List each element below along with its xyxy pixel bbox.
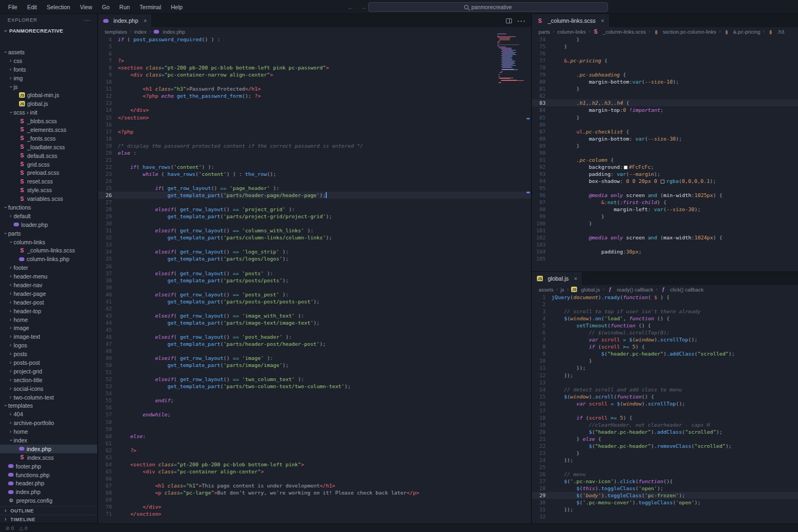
- code-line-54[interactable]: 54: [98, 390, 531, 397]
- code-line-42[interactable]: 42: [98, 305, 531, 312]
- menu-item-help[interactable]: Help: [167, 2, 187, 12]
- code-line-70[interactable]: 70 </div>: [98, 503, 531, 510]
- code-line-39[interactable]: 39: [98, 284, 531, 291]
- code-line-20[interactable]: 20else :: [98, 149, 531, 156]
- tree-file-default-scss[interactable]: Sdefault.scss: [0, 151, 97, 160]
- code-line-80[interactable]: 80 margin-bottom:var(--size-10);: [532, 78, 798, 85]
- breadcrumb-item[interactable]: {}&.pc-pricing: [723, 29, 760, 35]
- code-line-40[interactable]: 40 elseif( get_row_layout() == 'posts_po…: [98, 291, 531, 298]
- code-line-95[interactable]: 95: [532, 185, 798, 192]
- tree-file-loader-php[interactable]: loader.php: [0, 220, 97, 229]
- breadcrumb-item[interactable]: templates: [105, 29, 127, 35]
- more-actions-icon[interactable]: ⋯: [517, 16, 525, 26]
- code-line-82[interactable]: 82: [532, 92, 798, 99]
- code-line-15[interactable]: 15 $(window).scroll(function() {: [532, 393, 798, 400]
- tree-folder-default[interactable]: ›default: [0, 212, 97, 220]
- code-line-56[interactable]: 56: [98, 404, 531, 411]
- tree-folder-parts[interactable]: ›parts: [0, 229, 97, 238]
- nav-forward-icon[interactable]: →: [361, 4, 367, 10]
- code-line-10[interactable]: 10 }: [532, 357, 798, 364]
- code-line-50[interactable]: 50 get_template_part('parts/image/image'…: [98, 362, 531, 369]
- code-editor-column-links-scss[interactable]: 74 }75 }7677 &.pc-pricing {7879 .pc-subh…: [532, 36, 798, 271]
- code-line-87[interactable]: 87 ul.pc-checklist {: [532, 128, 798, 135]
- code-line-20[interactable]: 20 $("header.pc-header").addClass("scrol…: [532, 428, 798, 435]
- breadcrumb-item[interactable]: {}.h3: [768, 29, 784, 35]
- tree-file-grid-scss[interactable]: Sgrid.scss: [0, 160, 97, 169]
- breadcrumb-item[interactable]: index: [134, 29, 147, 35]
- code-line-30[interactable]: 30 $('.pc-menu-cover').toggleClass('open…: [532, 499, 798, 506]
- code-line-97[interactable]: 97 &:not(:first-child) {: [532, 199, 798, 206]
- code-line-33[interactable]: 33: [98, 241, 531, 248]
- code-line-19[interactable]: 19 //clearHeader, not clearheader - caps…: [532, 421, 798, 428]
- tree-file--elements-scss[interactable]: S_elements.scss: [0, 125, 97, 134]
- code-line-28[interactable]: 28 $(this).toggleClass('open');: [532, 485, 798, 492]
- tree-folder-header-top[interactable]: ›header-top: [0, 307, 97, 315]
- code-line-7[interactable]: 7 var scroll = $(window).scrollTop();: [532, 336, 798, 343]
- tree-folder-archive-portfolio[interactable]: ›archive-portfolio: [0, 419, 97, 427]
- code-line-22[interactable]: 22 if( have_rows('content') ):: [98, 163, 531, 170]
- tree-folder-404[interactable]: ›404: [0, 410, 97, 419]
- code-line-67[interactable]: 67 <h1 class="h1">This page content is u…: [98, 482, 531, 489]
- code-line-45[interactable]: 45: [98, 326, 531, 333]
- tree-file-footer-php[interactable]: footer.php: [0, 462, 97, 471]
- split-editor-icon[interactable]: [506, 18, 512, 23]
- tab-global-js[interactable]: JS global.js ×: [532, 272, 582, 285]
- code-line-71[interactable]: 71 </section>: [98, 510, 531, 517]
- nav-back-icon[interactable]: ←: [347, 4, 353, 10]
- tree-folder-home[interactable]: ›home: [0, 427, 97, 436]
- code-line-17[interactable]: 17<?php: [98, 128, 531, 135]
- tree-folder-posts[interactable]: ›posts: [0, 350, 97, 358]
- code-editor-global-js[interactable]: 1jQuery(document).ready(function( $ ) {2…: [532, 294, 798, 523]
- code-line-13[interactable]: 13: [532, 379, 798, 386]
- breadcrumb-item[interactable]: index.php: [154, 29, 185, 35]
- code-line-93[interactable]: 93 padding: var(--margin);: [532, 170, 798, 178]
- code-line-11[interactable]: 11 <h1 class="h3">Password Protected</h1…: [98, 85, 531, 92]
- code-line-69[interactable]: 69: [98, 496, 531, 503]
- code-line-60[interactable]: 60 else:: [98, 433, 531, 440]
- menu-item-go[interactable]: Go: [98, 2, 113, 12]
- tab-index-php[interactable]: index.php ×: [98, 14, 152, 27]
- code-line-55[interactable]: 55 endif;: [98, 397, 531, 404]
- code-line-21[interactable]: 21: [98, 156, 531, 163]
- code-line-26[interactable]: 26 get_template_part('parts/header-page/…: [98, 192, 531, 199]
- code-line-78[interactable]: 78: [532, 64, 798, 71]
- code-line-32[interactable]: 32: [532, 513, 798, 520]
- tree-folder-column-links[interactable]: ›column-links: [0, 238, 97, 246]
- code-line-3[interactable]: 3 // scroll to top if user isn't there a…: [532, 308, 798, 315]
- tab-column-links-scss[interactable]: S _column-links.scss ×: [532, 14, 610, 27]
- tree-folder-image-text[interactable]: ›image-text: [0, 332, 97, 341]
- close-icon[interactable]: ×: [144, 18, 147, 24]
- code-line-12[interactable]: 12 <?php echo get_the_password_form(); ?…: [98, 92, 531, 99]
- code-line-104[interactable]: 104 padding:30px;: [532, 248, 798, 255]
- code-line-52[interactable]: 52 elseif( get_row_layout() == 'two_colu…: [98, 376, 531, 383]
- menu-item-file[interactable]: File: [4, 2, 21, 12]
- code-line-11[interactable]: 11 });: [532, 364, 798, 371]
- code-line-84[interactable]: 84 margin-top:0 !important;: [532, 106, 798, 113]
- code-line-7[interactable]: 7?>: [98, 57, 531, 64]
- tree-file-style-scss[interactable]: Sstyle.scss: [0, 186, 97, 194]
- close-icon[interactable]: ×: [601, 18, 604, 24]
- code-line-29[interactable]: 29 get_template_part('parts/project-grid…: [98, 213, 531, 220]
- tree-folder-header-post[interactable]: ›header-post: [0, 298, 97, 307]
- code-line-47[interactable]: 47 get_template_part('parts/header-post/…: [98, 340, 531, 347]
- minimap[interactable]: [497, 34, 523, 83]
- code-line-25[interactable]: 25 if( get_row_layout() == 'page_header'…: [98, 185, 531, 192]
- code-line-101[interactable]: 101: [532, 227, 798, 234]
- tree-file-reset-scss[interactable]: Sreset.scss: [0, 177, 97, 186]
- tree-file--loadlater-scss[interactable]: S_loadlater.scss: [0, 143, 97, 151]
- tree-file-index-php[interactable]: index.php: [0, 445, 97, 453]
- code-line-105[interactable]: 105: [532, 255, 798, 262]
- code-line-24[interactable]: 24: [98, 178, 531, 185]
- code-line-94[interactable]: 94 box-shadow: 0 0 20px 0 rgba(0,0,0,0.1…: [532, 178, 798, 185]
- code-line-25[interactable]: 25: [532, 464, 798, 471]
- code-line-65[interactable]: 65 <div class="pc-container align-center…: [98, 468, 531, 475]
- code-line-24[interactable]: 24 });: [532, 457, 798, 464]
- code-line-75[interactable]: 75 }: [532, 43, 798, 50]
- code-line-10[interactable]: 10: [98, 78, 531, 85]
- code-line-1[interactable]: 1jQuery(document).ready(function( $ ) {: [532, 294, 798, 301]
- code-line-9[interactable]: 9 $("header.pc-header").addClass("scroll…: [532, 350, 798, 357]
- code-line-29[interactable]: 29 $('body').toggleClass('pc-frozen');: [532, 492, 798, 499]
- code-line-18[interactable]: 18 if (scroll >= 5) {: [532, 414, 798, 421]
- code-line-90[interactable]: 90: [532, 149, 798, 156]
- code-line-31[interactable]: 31 elseif( get_row_layout() == 'columns_…: [98, 227, 531, 234]
